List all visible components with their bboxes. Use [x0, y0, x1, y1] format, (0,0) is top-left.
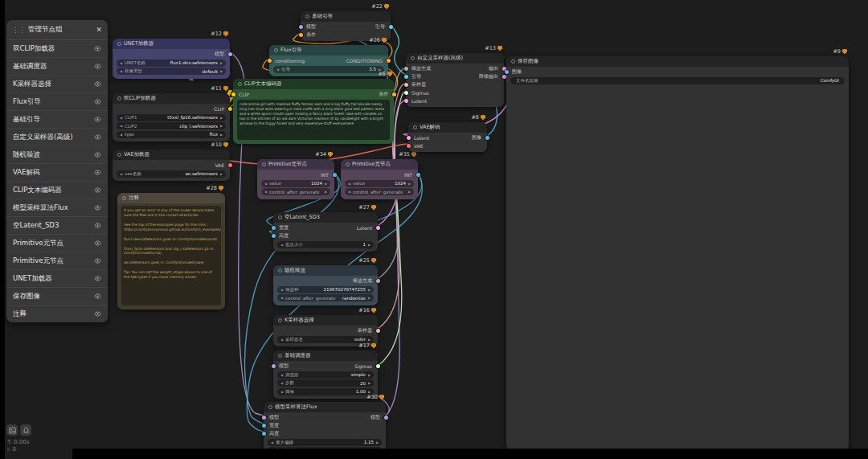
output-slot-Latent[interactable] [376, 226, 380, 230]
node-titlebar[interactable]: 模型采样算法Flux [264, 402, 386, 412]
collapse-dot-icon[interactable] [117, 42, 121, 46]
stepper-right-icon[interactable]: ▶ [368, 381, 371, 385]
input-slot-宽度[interactable] [272, 226, 276, 230]
collapse-dot-icon[interactable] [305, 14, 309, 18]
stepper-left-icon[interactable]: ◀ [280, 373, 283, 377]
eye-icon[interactable] [94, 80, 101, 88]
node-titlebar[interactable]: 自定义采样器(高级) [406, 53, 504, 64]
sampler-custom-advanced-node[interactable]: #13自定义采样器(高级)噪波生成输出引导降噪输出采样器SigmasLatent [406, 53, 504, 107]
node-titlebar[interactable]: Primitive元节点 [341, 159, 418, 170]
collapse-dot-icon[interactable] [278, 215, 282, 219]
collapse-dot-icon[interactable] [122, 196, 126, 200]
vae-loader-node[interactable]: #10VAE加载器VAE◀vae名称ae.safetensors▶ [113, 150, 230, 181]
input-slot-CLIP[interactable] [231, 92, 235, 96]
sidebar-item-自定义采样器(高级)[interactable]: 自定义采样器(高级) [6, 128, 108, 145]
collapse-dot-icon[interactable] [511, 59, 515, 64]
input-slot-高度[interactable] [262, 432, 266, 436]
widget-control_after_generate[interactable]: ◀control_after_generaterandomize▶ [277, 294, 374, 301]
text-area[interactable]: If you get an error in any of the nodes … [121, 206, 221, 305]
node-titlebar[interactable]: 基础调度器 [273, 350, 378, 361]
stepper-left-icon[interactable]: ◀ [264, 190, 267, 194]
output-slot-VAE[interactable] [228, 163, 232, 167]
stepper-left-icon[interactable]: ◀ [271, 441, 273, 445]
output-slot-图像[interactable] [485, 136, 489, 140]
widget-降噪[interactable]: ◀降噪1.00▶ [277, 388, 374, 395]
sidebar-item-K采样器选择[interactable]: K采样器选择 [6, 75, 108, 92]
collapse-dot-icon[interactable] [117, 96, 121, 100]
stepper-left-icon[interactable]: ◀ [348, 190, 350, 194]
widget-批次大小[interactable]: ◀批次大小1▶ [277, 241, 374, 248]
stepper-right-icon[interactable]: ▶ [368, 373, 371, 377]
save-image-node[interactable]: #9保存图像图像文件名前缀ComfyUI [506, 56, 849, 450]
widget-value[interactable]: ◀value1024▶ [261, 180, 330, 187]
output-slot-降噪输出[interactable] [502, 75, 506, 79]
eye-icon[interactable] [94, 240, 101, 247]
stepper-right-icon[interactable]: ▶ [220, 172, 223, 176]
stepper-right-icon[interactable]: ▶ [368, 296, 371, 300]
stepper-left-icon[interactable]: ◀ [280, 296, 283, 300]
stepper-left-icon[interactable]: ◀ [120, 69, 122, 73]
collapse-dot-icon[interactable] [278, 354, 282, 358]
input-slot-模型[interactable] [299, 25, 303, 29]
sidebar-item-空Latent_SD3[interactable]: 空Latent_SD3 [6, 216, 108, 234]
eye-icon[interactable] [94, 98, 101, 105]
widget-UNET名称[interactable]: ◀UNET名称flux1-dev.safetensors▶ [117, 59, 226, 67]
sidebar-item-保存图像[interactable]: 保存图像 [6, 287, 108, 305]
stepper-right-icon[interactable]: ▶ [325, 182, 327, 186]
unet-loader-node[interactable]: #12UNET加载器模型◀UNET名称flux1-dev.safetensors… [113, 39, 230, 79]
node-titlebar[interactable]: 随机噪波 [273, 265, 378, 276]
widget-噪波种[interactable]: ◀噪波种219670278747255▶ [277, 286, 374, 293]
stepper-right-icon[interactable]: ▶ [376, 441, 379, 445]
input-slot-Latent[interactable] [407, 136, 411, 140]
eye-icon[interactable] [94, 222, 101, 229]
node-titlebar[interactable]: Primitive元节点 [257, 159, 334, 170]
eye-icon[interactable] [94, 293, 101, 300]
stepper-right-icon[interactable]: ▶ [368, 390, 371, 394]
eye-icon[interactable] [94, 45, 101, 52]
node-titlebar[interactable]: VAE解码 [408, 122, 487, 133]
collapse-dot-icon[interactable] [117, 153, 121, 157]
eye-icon[interactable] [94, 169, 101, 176]
stepper-left-icon[interactable]: ◀ [120, 116, 122, 120]
dual-clip-loader-node[interactable]: #11双CLIP加载器CLIP◀CLIP1t5xxl_fp16.safetens… [113, 93, 230, 141]
collapse-dot-icon[interactable] [238, 82, 242, 86]
sidebar-item-基础调度器[interactable]: 基础调度器 [6, 57, 108, 75]
basic-scheduler-node[interactable]: #17基础调度器模型Sigmas◀调度器simple▶◀步数20▶◀降噪1.00… [273, 350, 378, 399]
random-noise-node[interactable]: #25随机噪波噪波生成◀噪波种219670278747255▶◀control_… [273, 265, 378, 305]
stepper-right-icon[interactable]: ▶ [368, 288, 371, 292]
input-slot-conditioning[interactable] [268, 59, 272, 63]
input-slot-噪波生成[interactable] [404, 67, 408, 71]
clip-text-encode-node[interactable]: #6CLIP文本编码器CLIP条件cute anime girl with ma… [233, 79, 394, 144]
stepper-left-icon[interactable]: ◀ [280, 381, 283, 385]
stepper-right-icon[interactable]: ▶ [220, 61, 223, 65]
sidebar-item-Primitive元节点[interactable]: Primitive元节点 [6, 252, 108, 269]
widget-type[interactable]: ◀typeflux▶ [117, 131, 226, 138]
widget-步数[interactable]: ◀步数20▶ [277, 379, 374, 387]
input-slot-宽度[interactable] [262, 424, 266, 428]
input-slot-VAE[interactable] [407, 144, 411, 148]
input-slot-Sigmas[interactable] [404, 91, 408, 95]
stepper-right-icon[interactable]: ▶ [220, 69, 223, 73]
widget-vae名称[interactable]: ◀vae名称ae.safetensors▶ [117, 170, 226, 178]
eye-icon[interactable] [94, 257, 101, 264]
node-titlebar[interactable]: 空Latent_SD3 [273, 212, 378, 223]
note-node[interactable]: #28注释If you get an error in any of the n… [117, 193, 225, 309]
eye-icon[interactable] [94, 310, 101, 318]
widget-调度器[interactable]: ◀调度器simple▶ [277, 371, 374, 379]
stepper-left-icon[interactable]: ◀ [276, 68, 279, 72]
node-titlebar[interactable]: 双CLIP加载器 [113, 93, 230, 104]
eye-icon[interactable] [94, 116, 101, 123]
node-titlebar[interactable]: VAE加载器 [113, 150, 230, 160]
eye-icon[interactable] [94, 275, 101, 282]
eye-icon[interactable] [94, 63, 101, 70]
close-icon[interactable]: ✕ [96, 26, 102, 34]
eye-icon[interactable] [94, 186, 101, 194]
stepper-right-icon[interactable]: ▶ [408, 190, 411, 194]
text-area[interactable]: cute anime girl with massive fluffy fenn… [237, 100, 390, 140]
widget-文件名前缀[interactable]: 文件名前缀ComfyUI [510, 77, 845, 84]
stepper-right-icon[interactable]: ▶ [408, 182, 411, 186]
widget-control_after_generate[interactable]: ◀control_after_generate▶ [345, 188, 414, 195]
output-slot-条件[interactable] [392, 92, 396, 96]
output-slot-Sigmas[interactable] [376, 364, 380, 368]
widget-权重类型[interactable]: ◀权重类型default▶ [117, 68, 226, 75]
